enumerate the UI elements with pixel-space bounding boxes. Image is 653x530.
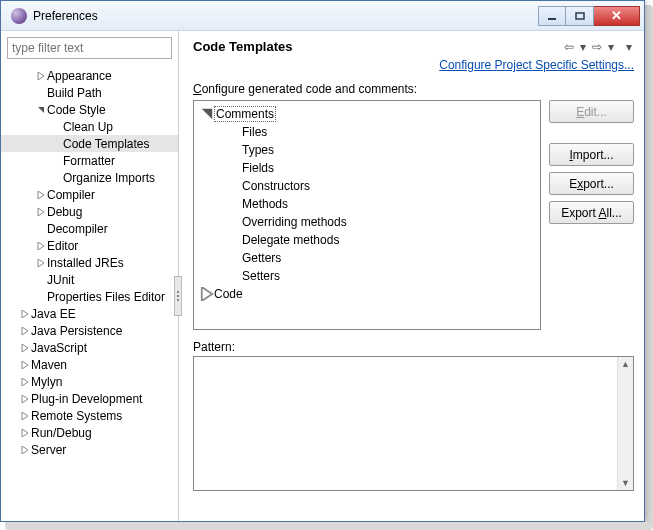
sidebar-item[interactable]: Remote Systems xyxy=(1,407,178,424)
sidebar-item[interactable]: Organize Imports xyxy=(1,169,178,186)
sidebar-item[interactable]: Editor xyxy=(1,237,178,254)
edit-button: Edit... xyxy=(549,100,634,123)
sidebar-item[interactable]: Debug xyxy=(1,203,178,220)
pattern-textarea[interactable]: ▲▼ xyxy=(193,356,634,491)
expand-arrow-icon[interactable] xyxy=(200,108,214,120)
sidebar-item-label: Properties Files Editor xyxy=(47,290,165,304)
template-item[interactable]: Overriding methods xyxy=(196,213,538,231)
export-button[interactable]: Export... xyxy=(549,172,634,195)
spacer xyxy=(228,144,242,156)
template-item[interactable]: Methods xyxy=(196,195,538,213)
sidebar-item[interactable]: Run/Debug xyxy=(1,424,178,441)
template-item[interactable]: Getters xyxy=(196,249,538,267)
template-item[interactable]: Setters xyxy=(196,267,538,285)
sidebar-item[interactable]: Appearance xyxy=(1,67,178,84)
sidebar-item-label: Mylyn xyxy=(31,375,62,389)
template-item-label: Constructors xyxy=(242,179,310,193)
spacer xyxy=(228,234,242,246)
template-item[interactable]: Fields xyxy=(196,159,538,177)
sidebar-item[interactable]: Formatter xyxy=(1,152,178,169)
template-item-label: Methods xyxy=(242,197,288,211)
sidebar-item-label: Clean Up xyxy=(63,120,113,134)
sidebar-item[interactable]: Properties Files Editor xyxy=(1,288,178,305)
spacer xyxy=(228,252,242,264)
expand-arrow-icon[interactable] xyxy=(19,393,31,405)
sidebar-item-label: Debug xyxy=(47,205,82,219)
sidebar-item[interactable]: Java Persistence xyxy=(1,322,178,339)
eclipse-icon xyxy=(11,8,27,24)
template-item[interactable]: Delegate methods xyxy=(196,231,538,249)
template-item-label: Overriding methods xyxy=(242,215,347,229)
pattern-label: Pattern: xyxy=(193,340,634,354)
template-item-label: Delegate methods xyxy=(242,233,339,247)
sidebar-item[interactable]: Code Style xyxy=(1,101,178,118)
sidebar-item-label: Plug-in Development xyxy=(31,392,142,406)
templates-tree[interactable]: CommentsFilesTypesFieldsConstructorsMeth… xyxy=(193,100,541,330)
sidebar-item-label: Organize Imports xyxy=(63,171,155,185)
expand-arrow-icon[interactable] xyxy=(19,376,31,388)
sidebar-item[interactable]: Code Templates xyxy=(1,135,178,152)
expand-arrow-icon[interactable] xyxy=(35,257,47,269)
titlebar[interactable]: Preferences ✕ xyxy=(1,1,644,31)
sidebar-item-label: Code Templates xyxy=(63,137,150,151)
preferences-tree[interactable]: AppearanceBuild PathCode StyleClean UpCo… xyxy=(1,65,178,521)
configure-label: Configure generated code and comments: xyxy=(193,82,634,96)
expand-arrow-icon[interactable] xyxy=(200,288,214,300)
expand-arrow-icon[interactable] xyxy=(35,70,47,82)
template-item[interactable]: Comments xyxy=(196,105,538,123)
template-item-label: Comments xyxy=(214,106,276,122)
template-item-label: Code xyxy=(214,287,243,301)
template-item-label: Types xyxy=(242,143,274,157)
minimize-button[interactable] xyxy=(538,6,566,26)
svg-rect-1 xyxy=(576,13,584,19)
expand-arrow-icon[interactable] xyxy=(35,104,47,116)
back-icon[interactable]: ⇦ xyxy=(562,40,576,54)
sidebar-item[interactable]: Plug-in Development xyxy=(1,390,178,407)
maximize-button[interactable] xyxy=(566,6,594,26)
template-item[interactable]: Code xyxy=(196,285,538,303)
spacer xyxy=(228,198,242,210)
sidebar-item[interactable]: Compiler xyxy=(1,186,178,203)
sidebar-item-label: JUnit xyxy=(47,273,74,287)
template-item[interactable]: Constructors xyxy=(196,177,538,195)
sidebar-item[interactable]: Server xyxy=(1,441,178,458)
expand-arrow-icon[interactable] xyxy=(19,308,31,320)
template-item[interactable]: Types xyxy=(196,141,538,159)
sidebar-item-label: Run/Debug xyxy=(31,426,92,440)
splitter-handle[interactable] xyxy=(174,276,182,316)
spacer xyxy=(51,138,63,150)
expand-arrow-icon[interactable] xyxy=(35,240,47,252)
template-item[interactable]: Files xyxy=(196,123,538,141)
forward-icon[interactable]: ⇨ xyxy=(590,40,604,54)
project-settings-link[interactable]: Configure Project Specific Settings... xyxy=(193,58,634,72)
sidebar-item[interactable]: Maven xyxy=(1,356,178,373)
expand-arrow-icon[interactable] xyxy=(19,410,31,422)
sidebar-item[interactable]: Mylyn xyxy=(1,373,178,390)
expand-arrow-icon[interactable] xyxy=(35,206,47,218)
expand-arrow-icon[interactable] xyxy=(19,427,31,439)
sidebar-item[interactable]: Clean Up xyxy=(1,118,178,135)
spacer xyxy=(228,162,242,174)
expand-arrow-icon[interactable] xyxy=(35,189,47,201)
nav-history[interactable]: ⇦▾ ⇨▾ ▾ xyxy=(562,40,634,54)
sidebar-item[interactable]: Java EE xyxy=(1,305,178,322)
sidebar-item[interactable]: Decompiler xyxy=(1,220,178,237)
expand-arrow-icon[interactable] xyxy=(19,359,31,371)
sidebar-item[interactable]: Build Path xyxy=(1,84,178,101)
spacer xyxy=(35,223,47,235)
expand-arrow-icon[interactable] xyxy=(19,444,31,456)
template-item-label: Files xyxy=(242,125,267,139)
expand-arrow-icon[interactable] xyxy=(19,325,31,337)
scrollbar[interactable]: ▲▼ xyxy=(617,357,633,490)
sidebar-item-label: Compiler xyxy=(47,188,95,202)
close-button[interactable]: ✕ xyxy=(594,6,640,26)
filter-input[interactable] xyxy=(7,37,172,59)
export-all-button[interactable]: Export All... xyxy=(549,201,634,224)
sidebar-item[interactable]: JavaScript xyxy=(1,339,178,356)
expand-arrow-icon[interactable] xyxy=(19,342,31,354)
spacer xyxy=(51,155,63,167)
sidebar-item[interactable]: Installed JREs xyxy=(1,254,178,271)
sidebar-item[interactable]: JUnit xyxy=(1,271,178,288)
template-item-label: Fields xyxy=(242,161,274,175)
import-button[interactable]: Import... xyxy=(549,143,634,166)
